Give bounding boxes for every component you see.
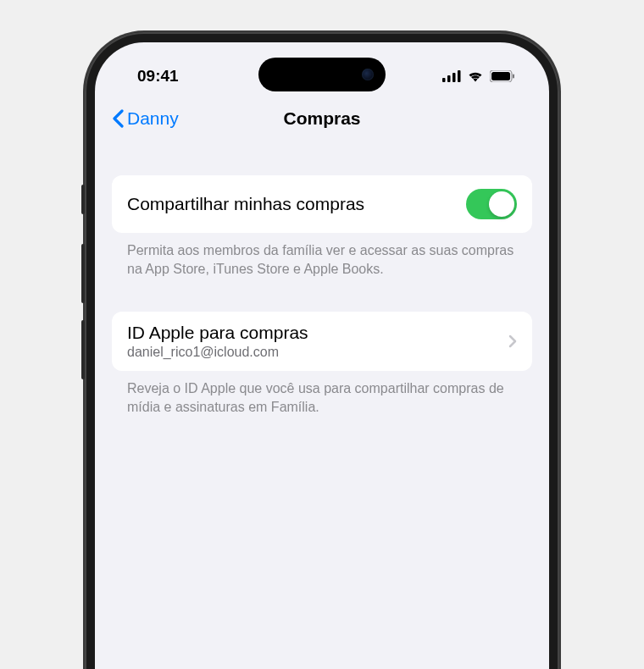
front-camera bbox=[362, 69, 374, 80]
share-purchases-toggle[interactable] bbox=[466, 189, 517, 219]
back-label: Danny bbox=[127, 108, 179, 129]
chevron-right-icon bbox=[508, 334, 517, 348]
svg-rect-6 bbox=[513, 75, 514, 79]
status-icons bbox=[442, 70, 515, 82]
battery-icon bbox=[490, 70, 515, 82]
svg-rect-3 bbox=[458, 70, 461, 82]
apple-id-title: ID Apple para compras bbox=[127, 323, 308, 343]
settings-content: Compartilhar minhas compras Permita aos … bbox=[95, 175, 549, 416]
phone-screen: 09:41 bbox=[95, 42, 549, 669]
apple-id-row[interactable]: ID Apple para compras daniel_rico1@iclou… bbox=[112, 312, 532, 371]
svg-rect-0 bbox=[442, 78, 446, 82]
dynamic-island bbox=[258, 58, 386, 91]
navigation-bar: Danny Compras bbox=[95, 93, 549, 150]
svg-rect-2 bbox=[452, 73, 456, 82]
share-purchases-group: Compartilhar minhas compras Permita aos … bbox=[112, 175, 532, 278]
apple-id-footer: Reveja o ID Apple que você usa para comp… bbox=[112, 371, 532, 416]
svg-rect-1 bbox=[447, 75, 451, 82]
svg-rect-5 bbox=[491, 72, 510, 80]
cellular-signal-icon bbox=[442, 70, 461, 82]
back-button[interactable]: Danny bbox=[112, 108, 179, 129]
page-title: Compras bbox=[283, 108, 360, 129]
share-purchases-label: Compartilhar minhas compras bbox=[127, 194, 364, 214]
volume-down-button bbox=[81, 320, 85, 379]
status-time: 09:41 bbox=[137, 67, 179, 86]
wifi-icon bbox=[467, 70, 484, 82]
apple-id-email: daniel_rico1@icloud.com bbox=[127, 345, 308, 360]
share-purchases-row: Compartilhar minhas compras bbox=[112, 175, 532, 233]
chevron-left-icon bbox=[112, 109, 124, 128]
volume-switch bbox=[81, 185, 85, 214]
apple-id-group: ID Apple para compras daniel_rico1@iclou… bbox=[112, 312, 532, 416]
share-purchases-footer: Permita aos membros da família ver e ace… bbox=[112, 233, 532, 278]
volume-up-button bbox=[81, 244, 85, 303]
apple-id-text-stack: ID Apple para compras daniel_rico1@iclou… bbox=[127, 323, 308, 360]
phone-frame: 09:41 bbox=[85, 32, 559, 669]
toggle-knob bbox=[489, 191, 514, 217]
